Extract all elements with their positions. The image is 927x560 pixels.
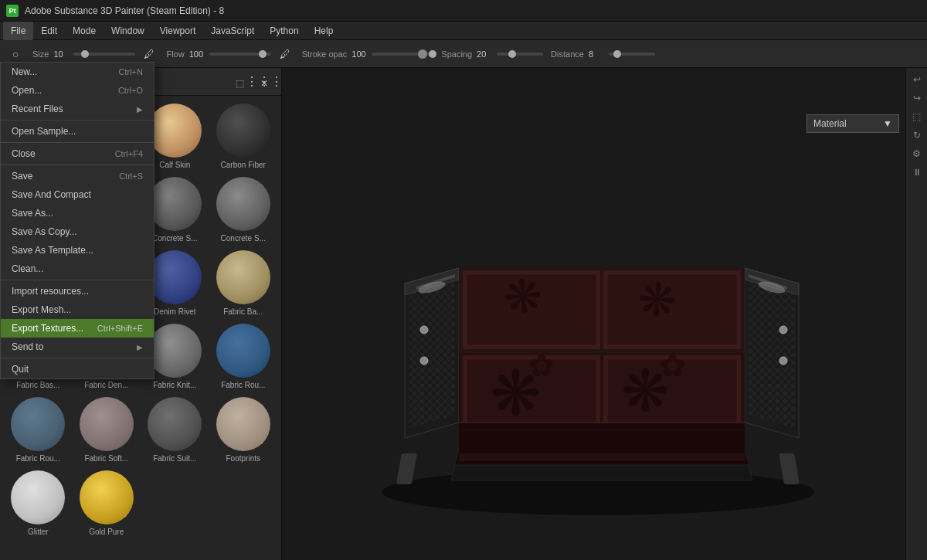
- material-name: Concrete S...: [152, 234, 197, 243]
- brush-icon[interactable]: ○: [6, 45, 25, 63]
- svg-point-18: [779, 357, 787, 365]
- pause-icon[interactable]: ⏸: [908, 164, 925, 181]
- svg-rect-1: [396, 453, 416, 484]
- menu-window[interactable]: Window: [104, 22, 152, 40]
- menu-export-textures[interactable]: Export Textures... Ctrl+Shift+E: [1, 319, 154, 338]
- material-item[interactable]: Fabric Soft...: [75, 395, 139, 464]
- material-name: Fabric Suit...: [153, 454, 196, 463]
- menu-bar: File Edit Mode Window Viewport JavaScrip…: [0, 22, 927, 40]
- menu-file[interactable]: File: [3, 22, 33, 40]
- size-label: Size: [32, 49, 49, 59]
- stroke-opacity-slider[interactable]: [372, 53, 433, 56]
- material-item[interactable]: Footprints: [212, 395, 276, 464]
- material-thumbnail: [148, 397, 202, 451]
- menu-mode[interactable]: Mode: [65, 22, 104, 40]
- menu-open-sample[interactable]: Open Sample...: [1, 122, 154, 141]
- distance-label: Distance: [551, 49, 584, 59]
- material-name: Concrete S...: [221, 234, 266, 243]
- spacing-value: 20: [477, 49, 492, 59]
- viewport[interactable]: ❋ ❋ ❋ ❋ ✿ ✿: [282, 68, 905, 560]
- menu-import-resources[interactable]: Import resources...: [1, 282, 154, 300]
- material-thumbnail: [80, 470, 134, 524]
- separator-3: [1, 165, 154, 165]
- panel-popout-icon[interactable]: ⬚: [229, 73, 250, 94]
- material-thumbnail: [216, 177, 270, 231]
- material-thumbnail: [80, 397, 134, 451]
- menu-save[interactable]: Save Ctrl+S: [1, 167, 154, 185]
- svg-text:✿: ✿: [528, 348, 555, 382]
- brush-pressure-icon[interactable]: 🖊: [140, 45, 158, 63]
- material-item[interactable]: Fabric Ba...: [212, 249, 276, 317]
- svg-text:❋: ❋: [501, 269, 545, 324]
- distance-slider[interactable]: [609, 53, 655, 56]
- material-thumbnail: [216, 324, 270, 378]
- flow-pressure-icon[interactable]: 🖊: [276, 45, 294, 63]
- material-name: Fabric Knit...: [153, 381, 196, 389]
- panel-close-icon[interactable]: ✕: [253, 73, 275, 94]
- material-thumbnail: [148, 324, 202, 378]
- svg-text:❋: ❋: [635, 273, 678, 328]
- menu-export-mesh[interactable]: Export Mesh...: [1, 300, 154, 319]
- menu-save-as[interactable]: Save As...: [1, 204, 154, 222]
- menu-edit[interactable]: Edit: [33, 22, 65, 40]
- size-value: 10: [53, 49, 69, 59]
- material-item[interactable]: Concrete S...: [212, 175, 276, 244]
- menu-quit[interactable]: Quit: [1, 360, 154, 378]
- right-sidebar: ↩ ↪ ⬚ ↻ ⚙ ⏸: [905, 68, 927, 560]
- distance-value: 8: [589, 49, 604, 59]
- window-title: Adobe Substance 3D Painter (Steam Editio…: [25, 5, 224, 16]
- separator-2: [1, 142, 154, 143]
- svg-rect-2: [779, 453, 800, 484]
- settings-icon[interactable]: ⚙: [908, 145, 925, 162]
- material-name: Fabric Ba...: [223, 307, 263, 316]
- material-thumbnail: [216, 397, 270, 451]
- svg-point-17: [779, 326, 787, 334]
- file-dropdown-menu: New... Ctrl+N Open... Ctrl+O Recent File…: [0, 62, 154, 379]
- size-slider[interactable]: [73, 53, 135, 56]
- material-thumbnail: [11, 397, 65, 451]
- menu-send-to[interactable]: Send to ▶: [1, 338, 154, 356]
- material-badge: [124, 515, 131, 521]
- menu-save-as-copy[interactable]: Save As Copy...: [1, 222, 154, 241]
- rotate-icon[interactable]: ↻: [908, 127, 925, 144]
- menu-close[interactable]: Close Ctrl+F4: [1, 144, 154, 163]
- material-name: Fabric Rou...: [16, 454, 60, 463]
- material-item[interactable]: Fabric Rou...: [6, 395, 70, 464]
- flow-label: Flow: [166, 49, 184, 59]
- menu-python[interactable]: Python: [262, 22, 306, 40]
- material-dropdown-label: Material: [813, 118, 847, 129]
- material-name: Calf Skin: [159, 161, 190, 169]
- flow-value: 100: [189, 49, 205, 59]
- redo-icon[interactable]: ↪: [908, 90, 925, 107]
- title-bar: Pt Adobe Substance 3D Painter (Steam Edi…: [0, 0, 927, 22]
- material-item[interactable]: Gold Pure: [75, 469, 139, 538]
- spacing-slider[interactable]: [497, 53, 543, 56]
- menu-open[interactable]: Open... Ctrl+O: [1, 81, 154, 100]
- material-item[interactable]: Glitter: [6, 469, 70, 538]
- menu-viewport[interactable]: Viewport: [152, 22, 203, 40]
- material-item[interactable]: Carbon Fiber: [212, 102, 276, 171]
- undo-icon[interactable]: ↩: [908, 71, 925, 88]
- material-dropdown[interactable]: Material ▼: [806, 114, 899, 133]
- flow-slider[interactable]: [209, 53, 271, 56]
- material-thumbnail: [216, 104, 270, 158]
- material-thumbnail: [11, 470, 65, 524]
- app-logo: Pt: [6, 5, 19, 17]
- menu-help[interactable]: Help: [307, 22, 341, 40]
- menu-javascript[interactable]: JavaScript: [203, 22, 262, 40]
- material-name: Fabric Bas...: [16, 381, 59, 389]
- material-item[interactable]: Fabric Rou...: [212, 322, 276, 391]
- menu-save-as-template[interactable]: Save As Template...: [1, 241, 154, 260]
- material-name: Gold Pure: [89, 528, 124, 536]
- material-item[interactable]: Fabric Suit...: [143, 395, 207, 464]
- menu-save-compact[interactable]: Save And Compact: [1, 185, 154, 204]
- svg-text:✿: ✿: [660, 348, 686, 382]
- menu-recent-files[interactable]: Recent Files ▶: [1, 100, 154, 118]
- material-name: Fabric Den...: [84, 381, 128, 389]
- material-thumbnail: [148, 104, 202, 158]
- material-name: Fabric Rou...: [221, 381, 265, 389]
- menu-clean[interactable]: Clean...: [1, 260, 154, 278]
- zoom-fit-icon[interactable]: ⬚: [908, 108, 925, 125]
- menu-new[interactable]: New... Ctrl+N: [1, 63, 154, 81]
- material-badge: [261, 442, 267, 448]
